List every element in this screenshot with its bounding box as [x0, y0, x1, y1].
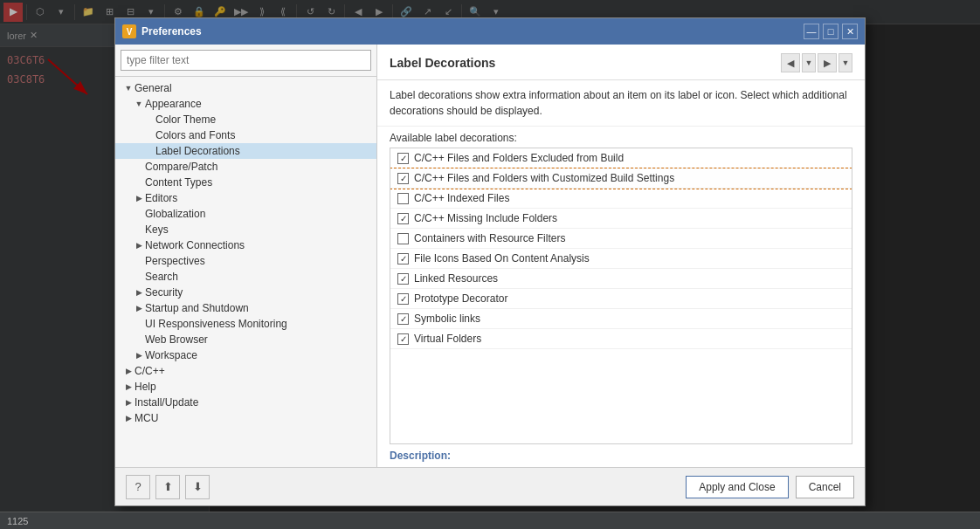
decoration-label-1: C/C++ Files and Folders with Customized … — [414, 172, 674, 184]
decoration-label-0: C/C++ Files and Folders Excluded from Bu… — [414, 152, 624, 164]
tree-label-search: Search — [145, 271, 178, 283]
decoration-label-8: Symbolic links — [414, 313, 480, 325]
tree-item-colors-fonts[interactable]: ▶ Colors and Fonts — [115, 127, 376, 143]
tree-label-web-browser: Web Browser — [145, 333, 208, 346]
tree-item-mcu[interactable]: ▶ MCU — [115, 410, 376, 426]
checkbox-4[interactable] — [397, 233, 409, 244]
decoration-label-9: Virtual Folders — [414, 333, 481, 345]
search-box — [115, 45, 376, 77]
tree-label-install-update: Install/Update — [135, 396, 198, 409]
checkbox-9[interactable] — [397, 333, 409, 345]
checkbox-3[interactable] — [397, 213, 409, 224]
tree-item-content-types[interactable]: ▶ Content Types — [115, 175, 376, 190]
nav-forward-btn[interactable]: ▶ — [818, 53, 837, 72]
tree-label-keys: Keys — [145, 223, 169, 236]
checkbox-0[interactable] — [397, 153, 409, 164]
tree-item-cpp[interactable]: ▶ C/C++ — [115, 363, 376, 379]
tree-item-network-connections[interactable]: ▶ Network Connections — [115, 237, 376, 253]
tree-item-workspace[interactable]: ▶ Workspace — [115, 347, 376, 363]
decoration-item-3[interactable]: C/C++ Missing Include Folders — [390, 209, 852, 229]
tree-item-editors[interactable]: ▶ Editors — [115, 190, 376, 206]
expand-icon-cpp: ▶ — [122, 365, 135, 377]
modal-overlay: V Preferences — □ ✕ — [0, 0, 980, 529]
tree-label-security: Security — [145, 286, 183, 299]
tree-label-ui-responsiveness: UI Responsiveness Monitoring — [145, 318, 287, 330]
expand-icon-help: ▶ — [122, 381, 135, 393]
checkbox-5[interactable] — [397, 253, 409, 264]
tree-label-color-theme: Color Theme — [155, 113, 216, 126]
content-description: Label decorations show extra information… — [377, 80, 865, 127]
dialog-maximize-btn[interactable]: □ — [823, 24, 839, 39]
tree-item-help[interactable]: ▶ Help — [115, 379, 376, 395]
content-panel: Label Decorations ◀ ▼ ▶ ▼ Label decorati… — [377, 45, 865, 467]
content-header: Label Decorations ◀ ▼ ▶ ▼ — [377, 45, 865, 80]
help-btn[interactable]: ? — [126, 475, 150, 499]
tree-item-install-update[interactable]: ▶ Install/Update — [115, 395, 376, 410]
expand-icon-install-update: ▶ — [122, 396, 135, 409]
tree-item-security[interactable]: ▶ Security — [115, 285, 376, 300]
footer-left: ? ⬆ ⬇ — [126, 475, 210, 499]
tree-label-content-types: Content Types — [145, 176, 212, 189]
checkbox-8[interactable] — [397, 313, 409, 325]
tree-item-search[interactable]: ▶ Search — [115, 269, 376, 285]
tree-label-workspace: Workspace — [145, 349, 197, 361]
tree-container: ▼ General ▼ Appearance ▶ Color Theme — [115, 77, 376, 467]
nav-forward-dropdown[interactable]: ▼ — [839, 53, 852, 72]
tree-item-color-theme[interactable]: ▶ Color Theme — [115, 112, 376, 127]
dialog-icon: V — [122, 24, 136, 38]
import-btn[interactable]: ⬆ — [155, 475, 180, 499]
tree-item-compare-patch[interactable]: ▶ Compare/Patch — [115, 159, 376, 175]
expand-icon-general: ▼ — [122, 82, 135, 94]
tree-item-web-browser[interactable]: ▶ Web Browser — [115, 332, 376, 347]
decoration-item-8[interactable]: Symbolic links — [390, 309, 852, 329]
checkbox-6[interactable] — [397, 273, 409, 285]
tree-label-general: General — [135, 82, 172, 94]
decoration-item-0[interactable]: C/C++ Files and Folders Excluded from Bu… — [390, 148, 852, 168]
decoration-item-4[interactable]: Containers with Resource Filters — [390, 229, 852, 249]
decoration-item-2[interactable]: C/C++ Indexed Files — [390, 189, 852, 209]
search-input[interactable] — [121, 50, 371, 71]
tree-item-perspectives[interactable]: ▶ Perspectives — [115, 253, 376, 269]
tree-label-cpp: C/C++ — [135, 365, 165, 377]
dialog-minimize-btn[interactable]: — — [804, 24, 819, 39]
tree-item-keys[interactable]: ▶ Keys — [115, 222, 376, 237]
description-section: Description: — [377, 444, 865, 467]
tree-label-help: Help — [135, 381, 156, 393]
checkbox-1[interactable] — [397, 173, 409, 184]
decoration-item-9[interactable]: Virtual Folders — [390, 329, 852, 349]
tree-label-mcu: MCU — [135, 412, 158, 424]
tree-item-label-decorations[interactable]: ▶ Label Decorations — [115, 143, 376, 159]
expand-icon-appearance: ▼ — [133, 98, 145, 110]
export-btn[interactable]: ⬇ — [185, 475, 210, 499]
tree-item-globalization[interactable]: ▶ Globalization — [115, 206, 376, 222]
content-section-label: Available label decorations: — [377, 127, 865, 148]
tree-panel: ▼ General ▼ Appearance ▶ Color Theme — [115, 45, 377, 467]
dialog-controls: — □ ✕ — [804, 24, 858, 39]
tree-item-startup-shutdown[interactable]: ▶ Startup and Shutdown — [115, 300, 376, 316]
ide-background: ▶ ⬡ ▾ 📁 ⊞ ⊟ ▾ ⚙ 🔒 🔑 ▶▶ ⟫ ⟪ ↺ ↻ ◀ ▶ 🔗 ↗ ↙… — [0, 0, 980, 529]
decoration-item-6[interactable]: Linked Resources — [390, 269, 852, 289]
tree-item-appearance[interactable]: ▼ Appearance — [115, 96, 376, 112]
content-nav: ◀ ▼ ▶ ▼ — [781, 53, 852, 72]
apply-close-button[interactable]: Apply and Close — [686, 476, 788, 498]
checkbox-7[interactable] — [397, 293, 409, 305]
tree-item-ui-responsiveness[interactable]: ▶ UI Responsiveness Monitoring — [115, 316, 376, 332]
dialog-close-btn[interactable]: ✕ — [842, 24, 858, 39]
tree-label-label-decorations: Label Decorations — [155, 145, 240, 157]
cancel-button[interactable]: Cancel — [796, 476, 854, 498]
statusbar: 1125 — [0, 512, 980, 529]
checkbox-2[interactable] — [397, 193, 409, 204]
decoration-item-1[interactable]: C/C++ Files and Folders with Customized … — [390, 168, 852, 189]
decoration-label-4: Containers with Resource Filters — [414, 232, 565, 244]
nav-back-dropdown[interactable]: ▼ — [802, 53, 816, 72]
expand-icon-security: ▶ — [133, 286, 145, 299]
tree-label-globalization: Globalization — [145, 208, 205, 220]
expand-icon-mcu: ▶ — [122, 412, 135, 424]
tree-item-general[interactable]: ▼ General — [115, 80, 376, 96]
description-label: Description: — [390, 450, 451, 462]
tree-label-compare-patch: Compare/Patch — [145, 161, 217, 173]
expand-icon-network-connections: ▶ — [133, 239, 145, 251]
nav-back-btn[interactable]: ◀ — [781, 53, 800, 72]
decoration-item-7[interactable]: Prototype Decorator — [390, 289, 852, 309]
decoration-item-5[interactable]: File Icons Based On Content Analysis — [390, 249, 852, 269]
